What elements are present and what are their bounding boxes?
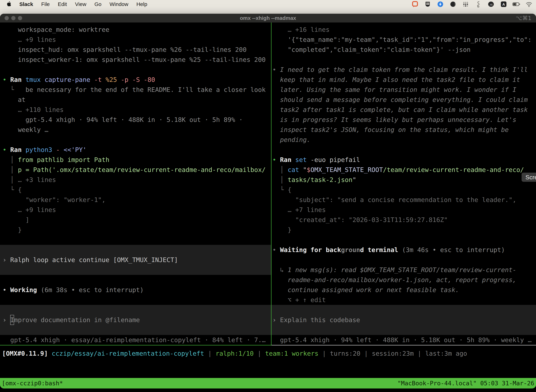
tmux-status-bar: [omx-cczip0:bash* "MacBook-Pro-44.local"… (0, 378, 536, 388)
squiggle-icon[interactable] (474, 0, 482, 8)
screen: SlackFileEditViewGoWindowHelp ..61A omx … (0, 0, 536, 392)
terminal-line: weekly … (0, 125, 271, 135)
battery-charging-icon[interactable] (512, 0, 520, 8)
terminal-line: should send a message before completing … (272, 95, 536, 105)
dots-grid-icon[interactable] (462, 0, 469, 8)
terminal-line: inspect_worker-1: omx sparkshell --tmux-… (0, 55, 271, 65)
bolt-badge-icon[interactable] (436, 0, 444, 8)
terminal-line: } (0, 225, 271, 235)
terminal-line (272, 235, 536, 245)
menu-item-window[interactable]: Window (110, 1, 128, 7)
terminal-line (272, 325, 536, 335)
terminal-line (0, 235, 271, 245)
terminal-line: inspect_hud: omx sparkshell --tmux-pane … (0, 45, 271, 55)
terminal-line (0, 65, 271, 75)
terminal-line: └ be necessary for the end of the README… (0, 85, 271, 95)
terminal-line: "subject": "send a concise recommendatio… (272, 195, 536, 205)
window-shortcut-badge: ⌥⌘1 (516, 15, 531, 21)
terminal-line: '{"team_name":"my-team","task_id":"1","f… (272, 35, 536, 45)
prompt-input[interactable]: › Explain this codebase (272, 315, 536, 325)
terminal-line: … +9 lines (0, 35, 271, 45)
terminal-line: ↳ 1 new msg(s): read $OMX_TEAM_STATE_ROO… (272, 265, 536, 275)
window-title: omx --xhigh --madmax (0, 15, 536, 21)
edit-hint: ⌥ + ↑ edit (272, 295, 536, 305)
terminal-line (0, 305, 271, 315)
prompt-input[interactable]: › Improve documentation in @filename (0, 315, 271, 325)
wifi-icon[interactable] (525, 0, 533, 8)
terminal-line: … +9 lines (0, 205, 271, 215)
menu-item-help[interactable]: Help (136, 1, 147, 7)
waiting-status: • Waiting for background terminal (3m 46… (272, 245, 536, 255)
terminal-line: └ { (0, 185, 271, 195)
menu-item-file[interactable]: File (41, 1, 50, 7)
terminal-line: task2 after task1 is complete, but can I… (272, 105, 536, 115)
terminal-line (272, 255, 536, 265)
terminal-line: keep that in mind. Maybe I also need the… (272, 75, 536, 85)
terminal-line: at (0, 95, 271, 105)
terminal-line: "created_at": "2026-03-31T11:59:27.816Z" (272, 215, 536, 225)
terminal-line: │ from pathlib import Path (0, 155, 271, 165)
terminal-line: is in progress? It seems likely but perh… (272, 115, 536, 125)
svg-text:..61: ..61 (489, 4, 493, 6)
terminal-line (0, 275, 271, 285)
terminal-line: │ tasks/task-2.json" (272, 175, 536, 185)
menu-bar: SlackFileEditViewGoWindowHelp ..61A (0, 0, 536, 9)
terminal-line: gpt-5.4 xhigh · 94% left · 488K in · 5.1… (0, 115, 271, 125)
menu-item-slack[interactable]: Slack (19, 1, 33, 7)
text-cursor: I (10, 315, 14, 325)
terminal-line: later. Using the same for transition mig… (272, 85, 536, 95)
terminal-line: continue assigned work or next feasible … (272, 285, 536, 295)
tooltip-label: Scre (526, 174, 536, 181)
terminal-line: • Ran tmux capture-pane -t %25 -p -S -80 (0, 75, 271, 85)
terminal-line: │ … +3 lines (0, 175, 271, 185)
terminal-line: ] (0, 215, 271, 225)
window-titlebar[interactable]: omx --xhigh --madmax ⌥⌘1 (0, 14, 536, 23)
terminal-line (0, 265, 271, 275)
terminal-line: └ { (272, 185, 536, 195)
terminal-line: • Ran python3 - <<'PY' (0, 145, 271, 155)
terminal-line: │ cat "$OMX_TEAM_STATE_ROOT/team/review-… (272, 165, 536, 175)
left-terminal-pane[interactable]: workspace_mode: worktree … +9 lines insp… (0, 23, 271, 346)
terminal-line (0, 245, 271, 255)
terminal-line: … +110 lines (0, 105, 271, 115)
terminal-line: pending. (272, 135, 536, 145)
terminal-line: … +16 lines (272, 25, 536, 35)
svg-text:A: A (502, 2, 505, 6)
right-pane-bottom-border (272, 345, 536, 345)
pie-chart-icon[interactable] (449, 0, 457, 8)
terminal-line (272, 305, 536, 315)
terminal-line (272, 55, 536, 65)
menu-item-edit[interactable]: Edit (58, 1, 67, 7)
pane-divider[interactable] (271, 23, 272, 345)
apple-logo-icon[interactable] (6, 1, 11, 7)
menu-item-view[interactable]: View (75, 1, 86, 7)
screenshot-tooltip: Scre (522, 173, 536, 182)
terminal-line: "worker": "worker-1", (0, 195, 271, 205)
working-status: • Working (6m 38s • esc to interrupt) (0, 285, 271, 295)
terminal-line: • Ran set -euo pipefail (272, 155, 536, 165)
terminal-line (0, 295, 271, 305)
right-terminal-pane[interactable]: … +16 lines '{"team_name":"my-team","tas… (272, 23, 536, 346)
terminal-line: workspace_mode: worktree (0, 25, 271, 35)
battery-gauge-icon[interactable]: ..61 (487, 0, 495, 8)
tmux-host-time-label: "MacBook-Pro-44.local" 05:03 31-Mar-26 (397, 380, 534, 387)
terminal-line: } (272, 225, 536, 235)
terminal-line (0, 325, 271, 335)
menu-item-go[interactable]: Go (94, 1, 101, 7)
injected-message: › Ralph loop active continue [OMX_TMUX_I… (0, 255, 271, 265)
pane-status-line: gpt-5.4 xhigh · essay/ai-reimplementatio… (0, 335, 271, 345)
terminal-line: inspect task2's JSON, focusing on the st… (272, 125, 536, 135)
grid-badge-icon[interactable] (424, 0, 431, 8)
terminal-line (0, 135, 271, 145)
terminal-line (272, 145, 536, 155)
terminal-line: readme-and-reco/mailbox/worker-1.json, a… (272, 275, 536, 285)
screenshot-chat-icon[interactable] (411, 0, 419, 8)
terminal-line: │ p = Path('.omx/state/team/review-curre… (0, 165, 271, 175)
tmux-session-label: [omx-cczip0:bash* (2, 380, 63, 387)
terminal-line: • I need to get the claim token from the… (272, 65, 536, 75)
pane-status-line: gpt-5.4 xhigh · 94% left · 488K in · 5.1… (272, 335, 536, 345)
terminal-window: omx --xhigh --madmax ⌥⌘1 workspace_mode:… (0, 14, 536, 388)
left-pane-bottom-border (0, 345, 271, 345)
a-key-icon[interactable]: A (500, 0, 507, 8)
terminal-line: "completed","claim_token":"claim-token"}… (272, 45, 536, 55)
